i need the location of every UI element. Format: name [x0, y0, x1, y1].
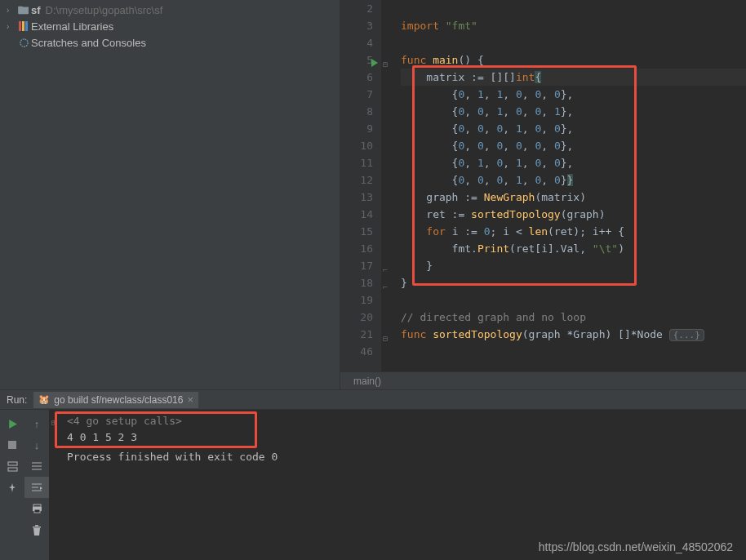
console-output[interactable]: ⊞ <4 go setup calls> 4 0 1 5 2 3 Process… [49, 410, 746, 560]
fold-toggle-icon[interactable]: ⊞ [51, 415, 57, 431]
svg-point-3 [20, 38, 27, 46]
code-content[interactable]: import "fmt"func main() { matrix := [][]… [394, 0, 746, 371]
run-gutter-icon[interactable] [371, 56, 379, 73]
svg-rect-2 [25, 21, 28, 31]
close-icon[interactable]: × [187, 393, 193, 406]
code-line[interactable]: {0, 0, 0, 1, 0, 0}} [401, 171, 746, 189]
console-fold-line[interactable]: <4 go setup calls> [67, 413, 739, 429]
code-line[interactable]: ret := sortedTopology(graph) [401, 206, 746, 223]
line-number[interactable]: 11 [340, 154, 373, 171]
svg-rect-4 [8, 441, 16, 449]
line-number[interactable]: 16 [340, 240, 373, 257]
watermark: https://blog.csdn.net/weixin_48502062 [539, 540, 733, 553]
soft-wrap-button[interactable] [24, 456, 49, 477]
external-libraries-label: External Libraries [31, 20, 113, 33]
svg-rect-5 [8, 462, 17, 465]
code-line[interactable] [401, 34, 746, 51]
library-icon [16, 20, 31, 32]
code-line[interactable]: fmt.Print(ret[i].Val, "\t") [401, 240, 746, 257]
project-root-name: sf [31, 4, 41, 16]
external-libraries-item[interactable]: › External Libraries [0, 18, 340, 34]
up-button[interactable]: ↑ [24, 413, 49, 434]
line-number[interactable]: 4 [340, 34, 373, 51]
delete-button[interactable] [24, 519, 49, 540]
code-line[interactable]: {0, 0, 1, 0, 0, 1}, [401, 103, 746, 120]
run-toolbar-right: ↑ ↓ [24, 410, 49, 560]
line-number[interactable]: 17 [340, 257, 373, 274]
code-line[interactable] [401, 291, 746, 309]
code-line[interactable]: {0, 1, 1, 0, 0, 0}, [401, 86, 746, 103]
svg-rect-6 [8, 468, 17, 471]
run-tab[interactable]: 🐹 go build sf/newclass/class016 × [33, 392, 198, 408]
code-line[interactable] [401, 0, 746, 17]
code-line[interactable]: func main() { [401, 51, 746, 69]
code-line[interactable]: } [401, 274, 746, 291]
fold-marker-icon[interactable]: ⊟ [383, 56, 392, 64]
rerun-button[interactable] [0, 413, 24, 434]
line-number[interactable]: 6 [340, 69, 373, 86]
stop-button[interactable] [0, 434, 24, 456]
svg-rect-1 [22, 21, 24, 31]
project-root-item[interactable]: › sf D:\mysetup\gopath\src\sf [0, 2, 340, 18]
scratches-label: Scratches and Consoles [31, 37, 146, 49]
fold-marker-icon[interactable]: ⊟ [383, 330, 392, 339]
project-tree-panel: › sf D:\mysetup\gopath\src\sf › External… [0, 0, 340, 389]
code-line[interactable]: {0, 1, 0, 1, 0, 0}, [401, 154, 746, 171]
expand-arrow-icon[interactable]: › [7, 22, 16, 31]
pin-button[interactable] [0, 477, 24, 498]
code-line[interactable]: graph := NewGraph(matrix) [401, 189, 746, 206]
line-number[interactable]: 46 [340, 343, 373, 360]
svg-rect-9 [34, 509, 40, 513]
code-line[interactable]: func sortedTopology(graph *Graph) []*Nod… [401, 326, 746, 343]
svg-rect-0 [19, 21, 21, 31]
layout-button[interactable] [0, 456, 24, 477]
fold-marker-icon[interactable]: ⌐ [383, 278, 392, 287]
fold-column[interactable]: ⊟⌐⌐⊟ [381, 0, 394, 371]
breadcrumb[interactable]: main() [340, 371, 746, 389]
editor-area: 2345678910111213141516171819202146 ⊟⌐⌐⊟ … [340, 0, 746, 389]
run-header: Run: 🐹 go build sf/newclass/class016 × [0, 390, 746, 410]
line-number[interactable]: 15 [340, 223, 373, 240]
run-tab-label: go build sf/newclass/class016 [54, 394, 183, 406]
line-number[interactable]: 9 [340, 120, 373, 137]
code-line[interactable]: matrix := [][]int{ [401, 69, 746, 86]
line-number[interactable]: 19 [340, 291, 373, 309]
line-number[interactable]: 12 [340, 171, 373, 189]
code-line[interactable]: {0, 0, 0, 1, 0, 0}, [401, 120, 746, 137]
code-line[interactable] [401, 343, 746, 360]
line-number[interactable]: 14 [340, 206, 373, 223]
svg-rect-7 [33, 504, 41, 507]
console-finished-line: Process finished with exit code 0 [67, 449, 739, 465]
line-number[interactable]: 7 [340, 86, 373, 103]
code-line[interactable]: {0, 0, 0, 0, 0, 0}, [401, 137, 746, 154]
run-panel: Run: 🐹 go build sf/newclass/class016 × ↑… [0, 389, 746, 560]
line-number[interactable]: 2 [340, 0, 373, 17]
code-line[interactable]: // directed graph and no loop [401, 309, 746, 326]
go-icon: 🐹 [38, 394, 50, 405]
down-button[interactable]: ↓ [24, 434, 49, 456]
line-number[interactable]: 3 [340, 17, 373, 34]
print-button[interactable] [24, 498, 49, 519]
code-line[interactable]: import "fmt" [401, 17, 746, 34]
line-number[interactable]: 10 [340, 137, 373, 154]
code-editor[interactable]: 2345678910111213141516171819202146 ⊟⌐⌐⊟ … [340, 0, 746, 371]
line-number[interactable]: 13 [340, 189, 373, 206]
scratches-icon [16, 38, 31, 48]
run-title: Run: [7, 394, 27, 406]
breadcrumb-item[interactable]: main() [353, 376, 381, 387]
code-line[interactable]: } [401, 257, 746, 274]
console-output-line: 4 0 1 5 2 3 [67, 429, 739, 446]
fold-marker-icon[interactable]: ⌐ [383, 261, 392, 270]
line-number[interactable]: 8 [340, 103, 373, 120]
line-number[interactable]: 21 [340, 326, 373, 343]
line-number[interactable]: 18 [340, 274, 373, 291]
scroll-to-end-button[interactable] [24, 477, 49, 498]
line-number[interactable]: 20 [340, 309, 373, 326]
project-root-path: D:\mysetup\gopath\src\sf [46, 4, 163, 16]
scratches-item[interactable]: Scratches and Consoles [0, 34, 340, 51]
line-number[interactable]: 5 [340, 51, 373, 69]
folder-icon [16, 5, 31, 15]
expand-arrow-icon[interactable]: › [7, 6, 16, 15]
code-line[interactable]: for i := 0; i < len(ret); i++ { [401, 223, 746, 240]
run-toolbar-left [0, 410, 24, 560]
